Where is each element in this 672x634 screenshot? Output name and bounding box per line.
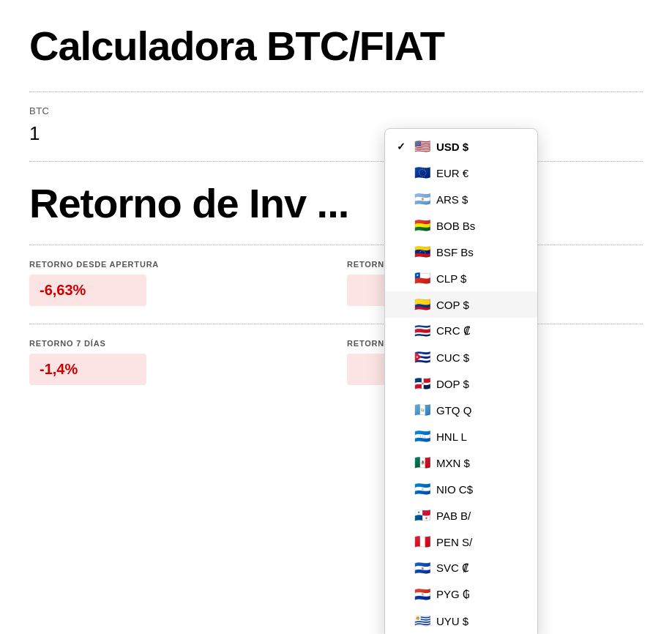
dropdown-item-gtq[interactable]: 🇬🇹GTQ Q [385, 397, 537, 423]
dropdown-item-usd[interactable]: ✓🇺🇸USD $ [385, 133, 537, 160]
returns-row-bottom: RETORNO 7 DÍAS -1,4% RETORNO 14 DÍAS % [29, 332, 643, 392]
dropdown-item-cuc[interactable]: 🇨🇺CUC $ [385, 344, 537, 370]
currency-label: BOB Bs [436, 220, 475, 232]
dropdown-item-uyu[interactable]: 🇺🇾UYU $ [385, 608, 537, 634]
dropdown-item-dop[interactable]: 🇩🇴DOP $ [385, 370, 537, 397]
apertura-label: RETORNO DESDE APERTURA [29, 260, 325, 269]
returns-top-divider [29, 245, 643, 245]
dropdown-item-nio[interactable]: 🇳🇮NIO C$ [385, 476, 537, 502]
flag-icon: 🇺🇸 [414, 138, 430, 154]
page-title: Calculadora BTC/FIAT [29, 22, 643, 70]
dropdown-item-pen[interactable]: 🇵🇪PEN S/ [385, 529, 537, 555]
flag-icon: 🇻🇪 [414, 244, 430, 260]
currency-label: HNL L [436, 430, 467, 443]
flag-icon: 🇦🇷 [414, 191, 430, 207]
dropdown-item-mxn[interactable]: 🇲🇽MXN $ [385, 450, 537, 476]
currency-label: SVC ₡ [436, 562, 469, 575]
currency-label: BSF Bs [436, 246, 474, 258]
flag-icon: 🇨🇴 [414, 297, 430, 313]
page-content: Calculadora BTC/FIAT BTC 1 Retorno de In… [0, 0, 672, 414]
currency-dropdown[interactable]: ✓🇺🇸USD $🇪🇺EUR €🇦🇷ARS $🇧🇴BOB Bs🇻🇪BSF Bs🇨🇱… [384, 128, 538, 634]
currency-label: PYG ₲ [436, 588, 470, 601]
flag-icon: 🇨🇷 [414, 323, 430, 339]
apertura-value: -6,63% [29, 275, 146, 306]
return-cell-apertura: RETORNO DESDE APERTURA -6,63% [29, 253, 325, 313]
currency-label: USD $ [436, 141, 468, 153]
return-cell-7dias: RETORNO 7 DÍAS -1,4% [29, 332, 325, 392]
dropdown-item-eur[interactable]: 🇪🇺EUR € [385, 160, 537, 186]
dropdown-item-bsf[interactable]: 🇻🇪BSF Bs [385, 239, 537, 265]
flag-icon: 🇬🇹 [414, 402, 430, 418]
flag-icon: 🇵🇦 [414, 507, 430, 523]
checkmark-icon: ✓ [397, 141, 408, 152]
currency-label: NIO C$ [436, 483, 473, 496]
flag-icon: 🇵🇾 [414, 586, 430, 603]
7dias-label: RETORNO 7 DÍAS [29, 339, 325, 348]
currency-label: ARS $ [436, 193, 468, 206]
currency-label: EUR € [436, 167, 468, 179]
7dias-value: -1,4% [29, 354, 146, 385]
roi-section: Retorno de Inv ... BTC [29, 162, 643, 227]
currency-label: UYU $ [436, 615, 468, 627]
dropdown-item-clp[interactable]: 🇨🇱CLP $ [385, 265, 537, 291]
currency-label: COP $ [436, 299, 469, 311]
dropdown-item-pab[interactable]: 🇵🇦PAB B/ [385, 502, 537, 529]
dropdown-item-cop[interactable]: 🇨🇴COP $ [385, 291, 537, 318]
roi-title-ellipsis: ... [317, 180, 349, 226]
flag-icon: 🇳🇮 [414, 481, 430, 497]
btc-label: BTC [29, 105, 643, 116]
currency-label: CUC $ [436, 351, 469, 364]
flag-icon: 🇨🇱 [414, 270, 430, 286]
btc-value: 1 [29, 122, 643, 154]
returns-mid-divider [29, 324, 643, 324]
flag-icon: 🇺🇾 [414, 613, 430, 629]
btc-section: BTC 1 [29, 92, 643, 161]
dropdown-item-svc[interactable]: 🇸🇻SVC ₡ [385, 555, 537, 581]
flag-icon: 🇲🇽 [414, 455, 430, 471]
flag-icon: 🇨🇺 [414, 349, 430, 365]
currency-label: PAB B/ [436, 510, 471, 522]
roi-title-part1: Retorno de Inv [29, 180, 306, 226]
flag-icon: 🇧🇴 [414, 217, 430, 234]
currency-label: DOP $ [436, 378, 469, 390]
dropdown-item-crc[interactable]: 🇨🇷CRC ₡ [385, 318, 537, 344]
flag-icon: 🇸🇻 [414, 560, 430, 576]
flag-icon: 🇭🇳 [414, 428, 430, 444]
dropdown-item-ars[interactable]: 🇦🇷ARS $ [385, 186, 537, 212]
flag-icon: 🇵🇪 [414, 534, 430, 550]
flag-icon: 🇩🇴 [414, 376, 430, 392]
currency-label: MXN $ [436, 457, 470, 469]
returns-row-top: RETORNO DESDE APERTURA -6,63% RETORNO 1 … [29, 253, 643, 313]
dropdown-item-bob[interactable]: 🇧🇴BOB Bs [385, 212, 537, 239]
currency-label: PEN S/ [436, 536, 472, 548]
flag-icon: 🇪🇺 [414, 165, 430, 181]
currency-label: CLP $ [436, 272, 466, 285]
dropdown-item-pyg[interactable]: 🇵🇾PYG ₲ [385, 581, 537, 608]
currency-label: CRC ₡ [436, 324, 471, 337]
returns-grid: RETORNO DESDE APERTURA -6,63% RETORNO 1 … [29, 245, 643, 392]
currency-label: GTQ Q [436, 404, 471, 417]
dropdown-item-hnl[interactable]: 🇭🇳HNL L [385, 423, 537, 450]
